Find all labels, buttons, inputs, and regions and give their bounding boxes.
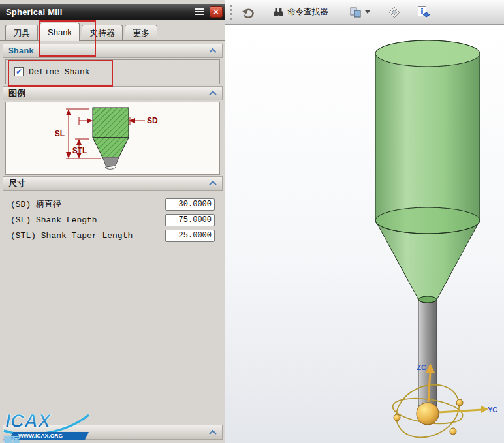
toolbar-drag-handle[interactable] (230, 5, 232, 20)
spherical-mill-dialog: Spherical Mill ✕ 刀具 Shank 夹持器 更多 Shank ✔ (0, 0, 225, 443)
graphics-area: 命令查找器 (225, 0, 504, 443)
zc-axis-label: ZC (417, 363, 426, 371)
stl-label: STL (72, 146, 87, 155)
shank-section-title: Shank (8, 46, 34, 56)
dropdown-caret-icon (365, 10, 370, 14)
toolbar-separator (264, 5, 264, 20)
shank-diagram-svg: SL STL SD (6, 102, 219, 174)
dialog-menu-icon[interactable] (195, 8, 204, 16)
app-window: Spherical Mill ✕ 刀具 Shank 夹持器 更多 Shank ✔ (0, 0, 504, 443)
shank-cylinder-top (375, 40, 480, 67)
undo-icon (241, 6, 255, 19)
tab-bar: 刀具 Shank 夹持器 更多 (0, 22, 225, 41)
dimension-rows: (SD) 柄直径 (SL) Shank Length (STL) Shank T… (5, 196, 220, 243)
yc-axis (439, 410, 482, 412)
tab-shank[interactable]: Shank (40, 23, 80, 41)
icax-watermark: ICAX WWW.ICAX.ORG 硕远 (1, 407, 93, 443)
define-shank-group: ✔ Define Shank (5, 59, 220, 84)
define-shank-checkbox[interactable]: ✔ (14, 67, 24, 76)
shank-legend-diagram: SL STL SD (5, 102, 220, 175)
watermark-url: WWW.ICAX.ORG (18, 433, 63, 439)
sl-value-input[interactable] (165, 214, 215, 226)
sd-value-input[interactable] (165, 198, 215, 211)
shank-section-header[interactable]: Shank (3, 44, 223, 58)
stl-value-input[interactable] (165, 230, 215, 242)
clipboard-views-icon (349, 7, 362, 18)
drawer-collapse-icon[interactable] (207, 427, 219, 438)
shank-collapse-icon[interactable] (207, 46, 219, 56)
csys-gizmo[interactable]: ZC YC (388, 363, 498, 443)
define-shank-label: Define Shank (29, 67, 90, 77)
dimension-row-stl: (STL) Shank Taper Length (5, 228, 220, 243)
command-finder-button[interactable]: 命令查找器 (271, 5, 330, 19)
sd-label: SD (147, 116, 158, 125)
viewport-3d[interactable]: ZC YC (225, 25, 504, 443)
close-button[interactable]: ✕ (210, 6, 223, 18)
shank-cylinder-bottom-rim (375, 207, 480, 234)
legend-section-header[interactable]: 图例 (3, 86, 223, 100)
toolbar-separator (379, 5, 379, 20)
command-finder-label: 命令查找器 (287, 7, 328, 18)
tab-more-label: 更多 (133, 27, 150, 39)
stl-row-label: (STL) Shank Taper Length (10, 231, 133, 241)
tab-holder[interactable]: 夹持器 (82, 25, 123, 40)
dialog-titlebar[interactable]: Spherical Mill ✕ (0, 4, 225, 20)
binoculars-icon (273, 7, 284, 17)
diamond-icon (388, 6, 401, 19)
dimension-row-sd: (SD) 柄直径 (5, 196, 220, 212)
rotation-handle-ball[interactable] (456, 399, 463, 406)
tool-shaft (418, 299, 437, 406)
sl-row-label: (SL) Shank Length (10, 215, 97, 225)
snapshot-button[interactable] (386, 5, 403, 20)
rotation-handle-ball[interactable] (394, 414, 400, 421)
info-icon (417, 5, 431, 19)
rotation-handle-ball[interactable] (450, 428, 456, 435)
tool-model: ZC YC (225, 25, 504, 443)
dimensions-section-title: 尺寸 (8, 177, 25, 189)
information-button[interactable] (415, 4, 433, 20)
dialog-title: Spherical Mill (6, 7, 195, 17)
diagram-tool-tip (102, 157, 119, 167)
main-toolbar: 命令查找器 (225, 0, 504, 25)
tab-tool[interactable]: 刀具 (5, 25, 38, 40)
sl-label: SL (55, 129, 65, 138)
tab-holder-label: 夹持器 (89, 27, 115, 39)
diagram-shank-taper (93, 138, 129, 157)
watermark-brand: ICAX (5, 410, 52, 431)
diagram-shank-body (93, 108, 129, 138)
legend-section-title: 图例 (8, 87, 25, 99)
shank-cylinder (375, 40, 480, 234)
dimension-row-sl: (SL) Shank Length (5, 212, 220, 228)
cone-bottom-rim (418, 296, 437, 303)
sd-row-label: (SD) 柄直径 (10, 198, 61, 210)
tab-shank-label: Shank (48, 27, 72, 37)
yc-axis-label: YC (488, 406, 497, 414)
origin-ball[interactable] (417, 403, 439, 425)
view-tools-button[interactable] (347, 5, 372, 20)
dimensions-section-header[interactable]: 尺寸 (3, 176, 223, 191)
watermark-caption: 硕远 (3, 435, 20, 443)
dimensions-collapse-icon[interactable] (207, 178, 219, 189)
tab-tool-label: 刀具 (13, 27, 30, 39)
undo-button[interactable] (239, 5, 257, 20)
tab-more[interactable]: 更多 (125, 25, 157, 40)
legend-collapse-icon[interactable] (207, 88, 219, 99)
